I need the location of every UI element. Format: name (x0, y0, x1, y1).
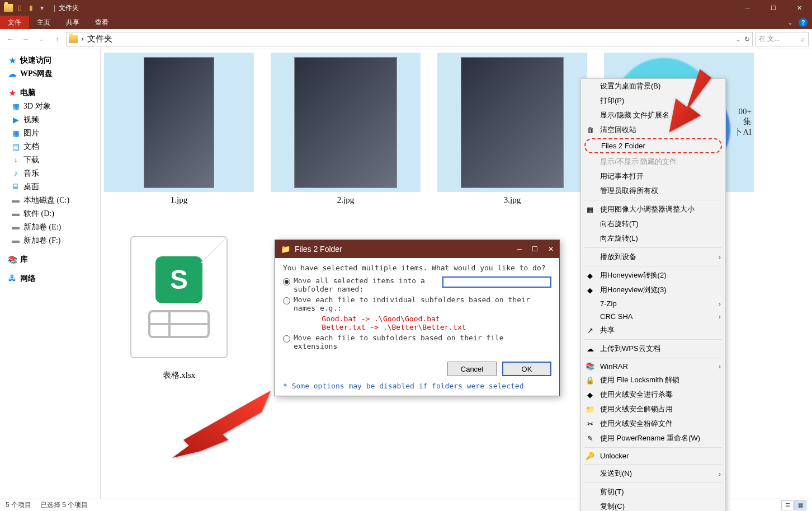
menu-item-5[interactable]: 显示/不显示 隐藏的文件 (581, 154, 725, 169)
menu-item-icon: ↗ (586, 326, 594, 335)
menu-item-19[interactable]: ↗共享 (581, 323, 725, 337)
menu-item-9[interactable]: ▦使用图像大小调整器调整大小 (581, 202, 725, 217)
sidebar-item-3[interactable]: ▦3D 对象 (0, 100, 100, 113)
close-button[interactable]: ✕ (786, 0, 812, 16)
menu-item-4[interactable]: Files 2 Folder (584, 138, 722, 153)
maximize-button[interactable]: ☐ (761, 0, 786, 16)
menu-item-icon: ◆ (586, 285, 594, 294)
tab-file[interactable]: 文件 (0, 16, 29, 29)
sidebar-item-15[interactable]: 🖧网络 (0, 272, 100, 285)
file-label: 表格.xlsx (163, 370, 196, 381)
radio-option-1[interactable]: Move all selected items into a subfolder… (283, 276, 551, 293)
menu-item-21[interactable]: ☁上传到WPS云文档 (581, 341, 725, 356)
sidebar-item-5[interactable]: ▦图片 (0, 126, 100, 140)
menu-item-32[interactable]: 发送到(N)› (581, 466, 725, 481)
menu-item-35[interactable]: 复制(C) (581, 499, 725, 511)
status-selection: 已选择 5 个项目 (40, 500, 88, 510)
menu-item-7[interactable]: 管理员取得所有权 (581, 184, 725, 198)
address-dropdown-icon[interactable]: ⌄ (735, 35, 741, 43)
xlsx-thumbnail: S (130, 236, 228, 358)
menu-item-15[interactable]: ◆用Honeyview转换(2) (581, 268, 725, 283)
sidebar-item-14[interactable]: 📚库 (0, 253, 100, 266)
sidebar-item-10[interactable]: ▬本地磁盘 (C:) (0, 194, 100, 207)
qat-dropdown-icon[interactable]: ▾ (37, 3, 47, 13)
sidebar-item-4[interactable]: ▶视频 (0, 113, 100, 126)
sidebar-item-8[interactable]: ♪音乐 (0, 167, 100, 180)
tab-share[interactable]: 共享 (58, 16, 87, 29)
help-icon[interactable]: ? (799, 18, 808, 27)
menu-item-18[interactable]: CRC SHA› (581, 310, 725, 323)
dialog-minimize-button[interactable]: ─ (517, 245, 522, 253)
search-box[interactable]: 在 文... ⌕ (755, 32, 809, 46)
radio-1-label: Move all selected items into a subfolder… (294, 276, 439, 293)
radio-option-2[interactable]: Move each file to individual subfolders … (283, 296, 551, 312)
dialog-maximize-button[interactable]: ☐ (532, 245, 538, 253)
forward-button[interactable]: → (19, 32, 32, 46)
minimize-button[interactable]: ─ (735, 0, 761, 16)
sidebar-item-7[interactable]: ↓下载 (0, 153, 100, 167)
sidebar-icon: ♪ (11, 169, 20, 178)
menu-item-24[interactable]: 🔒使用 File Locksmith 解锁 (581, 373, 725, 387)
menu-item-17[interactable]: 7-Zip› (581, 297, 725, 310)
sidebar-item-2[interactable]: ★电脑 (0, 86, 100, 100)
menu-item-11[interactable]: 向左旋转(L) (581, 231, 725, 246)
menu-item-34[interactable]: 剪切(T) (581, 485, 725, 499)
radio-option-3[interactable]: Move each file to subfolders based on th… (283, 334, 551, 350)
file-item[interactable]: S表格.xlsx (104, 227, 254, 381)
menu-item-6[interactable]: 用记事本打开 (581, 169, 725, 184)
menu-item-label: 显示/不显示 隐藏的文件 (600, 157, 677, 167)
tab-view[interactable]: 查看 (87, 16, 116, 29)
menu-item-26[interactable]: 📁使用火绒安全解锁占用 (581, 402, 725, 416)
ok-button[interactable]: OK (502, 362, 551, 376)
qat-icon-1[interactable]: ▯ (15, 3, 25, 13)
menu-item-25[interactable]: ◆使用火绒安全进行杀毒 (581, 387, 725, 402)
menu-item-28[interactable]: ✎使用 PowerRename 重命名(W) (581, 431, 725, 446)
sidebar-item-0[interactable]: ★快速访问 (0, 54, 100, 67)
menu-item-10[interactable]: 向右旋转(T) (581, 217, 725, 231)
menu-item-16[interactable]: ◆用Honeyview浏览(3) (581, 283, 725, 297)
menu-item-27[interactable]: ✂使用火绒安全粉碎文件 (581, 416, 725, 431)
recent-dropdown[interactable]: ⌄ (35, 32, 48, 46)
sidebar-item-12[interactable]: ▬新加卷 (E:) (0, 221, 100, 234)
menu-item-label: 使用火绒安全粉碎文件 (600, 419, 673, 429)
thumbnails-view-button[interactable]: ▦ (794, 500, 806, 510)
cancel-button[interactable]: Cancel (447, 362, 497, 376)
radio-1[interactable] (283, 278, 290, 285)
dialog-body: You have selected multiple items. What w… (275, 258, 559, 358)
sidebar-item-9[interactable]: 🖥桌面 (0, 180, 100, 194)
search-icon: ⌕ (801, 35, 805, 43)
sidebar-icon: ▬ (11, 196, 20, 205)
back-button[interactable]: ← (3, 32, 17, 46)
context-menu: 设置为桌面背景(B)打印(P)显示/隐藏 文件扩展名🗑清空回收站Files 2 … (580, 78, 726, 511)
sidebar-icon: ▶ (11, 115, 20, 124)
menu-item-label: 播放到设备 (600, 252, 636, 262)
submenu-arrow-icon: › (719, 362, 721, 371)
file-item[interactable]: 3.jpg (437, 53, 587, 205)
sidebar-icon: ▦ (11, 129, 20, 138)
sidebar-item-1[interactable]: ☁WPS网盘 (0, 67, 100, 81)
address-path[interactable]: 文件夹 (87, 34, 112, 44)
file-item[interactable]: 2.jpg (271, 53, 421, 205)
ribbon-collapse-icon[interactable]: ⌄ (787, 18, 793, 26)
subfolder-name-input[interactable] (442, 276, 551, 288)
files2folder-dialog: 📁 Files 2 Folder ─ ☐ ✕ You have selected… (275, 240, 560, 396)
details-view-button[interactable]: ☰ (781, 500, 794, 510)
menu-item-30[interactable]: 🔑Unlocker (581, 449, 725, 462)
menu-item-23[interactable]: 📚WinRAR› (581, 360, 725, 373)
sidebar-icon: 📚 (8, 255, 17, 264)
sidebar-item-6[interactable]: ▤文档 (0, 140, 100, 153)
file-item[interactable]: 1.jpg (104, 53, 254, 205)
tab-home[interactable]: 主页 (29, 16, 58, 29)
sidebar-item-13[interactable]: ▬新加卷 (F:) (0, 234, 100, 247)
menu-item-13[interactable]: 播放到设备› (581, 250, 725, 264)
dialog-close-button[interactable]: ✕ (548, 245, 554, 253)
menu-item-label: Files 2 Folder (601, 142, 645, 150)
qat-icon-2[interactable]: ▮ (26, 3, 36, 13)
radio-3[interactable] (283, 335, 290, 343)
dialog-titlebar[interactable]: 📁 Files 2 Folder ─ ☐ ✕ (275, 240, 559, 258)
refresh-icon[interactable]: ↻ (744, 35, 750, 43)
sidebar-item-11[interactable]: ▬软件 (D:) (0, 207, 100, 221)
radio-2[interactable] (283, 297, 290, 304)
up-button[interactable]: ↑ (50, 32, 64, 46)
address-bar[interactable]: › 文件夹 ⌄ ↻ (66, 32, 753, 46)
